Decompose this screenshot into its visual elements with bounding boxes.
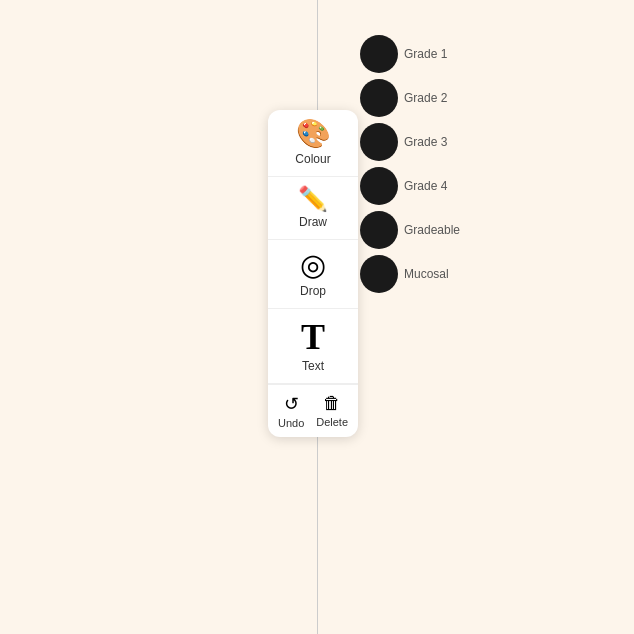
grade-panel: Grade 1 Grade 2 Grade 3 Grade 4 Gradeabl… [360,35,460,293]
drop-label: Drop [300,284,326,298]
undo-label: Undo [278,417,304,429]
text-label: Text [302,359,324,373]
grade4-circle [360,167,398,205]
gradeable-circle [360,211,398,249]
grade2-circle [360,79,398,117]
text-icon: T [301,319,325,355]
gradeable-label: Gradeable [404,223,460,237]
delete-label: Delete [316,416,348,428]
list-item[interactable]: Grade 4 [360,167,447,205]
tool-text[interactable]: T Text [268,309,358,384]
drop-icon: ◎ [300,250,326,280]
draw-label: Draw [299,215,327,229]
list-item[interactable]: Mucosal [360,255,449,293]
list-item[interactable]: Grade 1 [360,35,447,73]
undo-button[interactable]: ↺ Undo [278,393,304,429]
delete-icon: 🗑 [323,393,341,414]
tool-actions: ↺ Undo 🗑 Delete [268,384,358,437]
grade2-label: Grade 2 [404,91,447,105]
list-item[interactable]: Grade 3 [360,123,447,161]
mucosal-label: Mucosal [404,267,449,281]
undo-icon: ↺ [284,393,299,415]
grade4-label: Grade 4 [404,179,447,193]
tool-draw[interactable]: ✏️ Draw [268,177,358,240]
tool-colour[interactable]: 🎨 Colour [268,110,358,177]
grade1-label: Grade 1 [404,47,447,61]
mucosal-circle [360,255,398,293]
grade1-circle [360,35,398,73]
list-item[interactable]: Grade 2 [360,79,447,117]
tool-panel: 🎨 Colour ✏️ Draw ◎ Drop T Text ↺ Undo [268,110,358,437]
delete-button[interactable]: 🗑 Delete [316,393,348,429]
grade3-circle [360,123,398,161]
colour-icon: 🎨 [296,120,331,148]
colour-label: Colour [295,152,330,166]
list-item[interactable]: Gradeable [360,211,460,249]
tool-drop[interactable]: ◎ Drop [268,240,358,309]
grade3-label: Grade 3 [404,135,447,149]
draw-icon: ✏️ [298,187,328,211]
